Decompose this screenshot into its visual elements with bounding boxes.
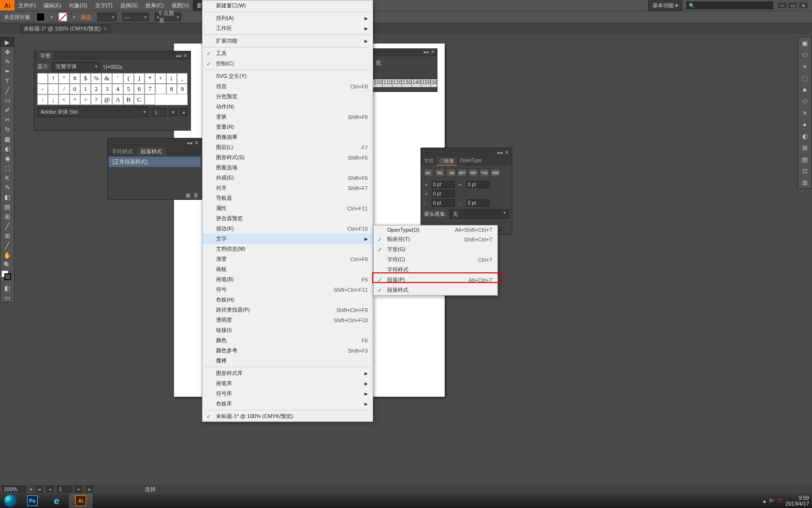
panel-icon[interactable]: ●: [798, 119, 812, 130]
close-icon[interactable]: ✕: [505, 149, 509, 156]
collapse-icon[interactable]: ◂◂: [497, 149, 503, 156]
stroke-profile[interactable]: —▾: [122, 13, 149, 21]
menu-type[interactable]: 文字(T): [91, 0, 116, 11]
clock[interactable]: 9:59 2013/4/17: [785, 495, 809, 507]
indent-left[interactable]: [432, 181, 455, 188]
glyph-cell[interactable]: 7: [145, 84, 155, 94]
glyph-cell[interactable]: C: [134, 94, 145, 105]
menu-item[interactable]: 符号库▶: [203, 388, 373, 399]
slice-tool[interactable]: ╱: [0, 240, 14, 250]
color-swatches[interactable]: [0, 269, 14, 283]
panel-icon[interactable]: ≡: [798, 60, 812, 72]
glyph-cell[interactable]: $: [80, 73, 91, 84]
menu-item[interactable]: 路径查找器(P)Shift+Ctrl+F9: [203, 305, 373, 315]
zoom-in-icon[interactable]: ▴: [180, 108, 188, 116]
glyph-cell[interactable]: ,: [177, 73, 188, 84]
type-tool[interactable]: T: [0, 76, 14, 86]
glyph-cell[interactable]: ": [58, 73, 69, 84]
opentype-tab[interactable]: OpenType: [457, 157, 485, 165]
prev-artboard[interactable]: ◂: [46, 486, 53, 493]
system-tray[interactable]: ▴ 🏳 🛡 9:59 2013/4/17: [763, 495, 812, 507]
show-select[interactable]: 完整字体▾: [52, 62, 101, 71]
collapse-icon[interactable]: ◂◂: [187, 140, 192, 146]
rotate-tool[interactable]: ↻: [0, 124, 14, 134]
glyph-cell[interactable]: 8: [166, 84, 177, 94]
align-right[interactable]: [446, 168, 456, 177]
glyph-cell[interactable]: 1: [80, 84, 91, 94]
stroke-width[interactable]: ▾: [97, 13, 116, 21]
first-line-indent[interactable]: [432, 190, 455, 197]
menu-item[interactable]: 图形样式库▶: [203, 368, 373, 378]
artboard-tool[interactable]: ⊞: [0, 231, 14, 240]
glyph-cell[interactable]: ?: [91, 94, 102, 105]
submenu-item[interactable]: ✓字形(G): [374, 244, 497, 254]
glyph-cell[interactable]: 6: [134, 84, 145, 94]
menu-item[interactable]: 画笔库▶: [203, 378, 373, 388]
menu-item[interactable]: 对齐Shift+F7: [203, 183, 373, 193]
style-item[interactable]: [正常段落样式]: [109, 157, 201, 167]
panel-icon[interactable]: ⊞: [798, 142, 812, 153]
menu-item[interactable]: 图层(L)F7: [203, 142, 373, 152]
close-icon[interactable]: ✕: [194, 140, 199, 146]
menu-item[interactable]: 扩展功能▶: [203, 36, 373, 46]
menu-item[interactable]: ✓控制(C): [203, 59, 373, 69]
panel-icon[interactable]: ⊡: [798, 165, 812, 177]
panel-icon[interactable]: ♣: [798, 84, 812, 95]
graph-tool[interactable]: ╱: [0, 221, 14, 231]
menu-item[interactable]: 新建窗口(W): [203, 0, 373, 11]
glyphs-grid[interactable]: !"#$%&'()*+↕,-./0123456789:;<=>?@ABC: [37, 73, 188, 105]
next-artboard[interactable]: ▸: [75, 486, 82, 493]
zoom-tool[interactable]: 🔍: [0, 260, 14, 269]
glyph-cell[interactable]: :: [37, 94, 48, 105]
glyph-cell[interactable]: [145, 94, 155, 105]
submenu-item[interactable]: ✓段落(P)Alt+Ctrl+T: [374, 275, 497, 285]
menu-item[interactable]: 变量(R): [203, 122, 373, 132]
menu-item[interactable]: 颜色参考Shift+F3: [203, 345, 373, 356]
info-panel[interactable]: ◂◂✕ 宽: 100 110 120 130 140 150 160: [372, 48, 437, 92]
task-illustrator[interactable]: Ai: [69, 494, 92, 508]
menu-object[interactable]: 对象(O): [65, 0, 91, 11]
glyph-cell[interactable]: ': [112, 73, 123, 84]
glyph-cell[interactable]: !: [48, 73, 58, 84]
indent-right[interactable]: [466, 181, 490, 188]
font-style-select[interactable]: L: [152, 108, 166, 117]
close-icon[interactable]: ✕: [431, 49, 435, 57]
menu-item[interactable]: 透明度Shift+Ctrl+F10: [203, 315, 373, 325]
space-after[interactable]: [466, 199, 490, 207]
panel-icon[interactable]: ⊞: [798, 177, 812, 188]
close-icon[interactable]: ×: [104, 26, 107, 31]
window-maximize[interactable]: ▭: [788, 2, 798, 9]
glyphs-panel[interactable]: 字形 ◂◂✕ 显示: 完整字体▾ U+002a !"#$%&'()*+↕,-./…: [34, 51, 191, 131]
menu-item[interactable]: 渐变Ctrl+F9: [203, 254, 373, 264]
window-minimize[interactable]: ─: [777, 2, 787, 9]
stroke-label[interactable]: 描边: [81, 14, 91, 21]
glyph-cell[interactable]: [155, 84, 166, 94]
menu-item[interactable]: 属性Ctrl+F11: [203, 203, 373, 213]
blend-tool[interactable]: ▤: [0, 202, 14, 211]
justify-right[interactable]: [479, 168, 489, 177]
document-tab[interactable]: 未标题-1* @ 100% (CMYK/预览) ×: [18, 23, 112, 34]
gradient-tool[interactable]: ✎: [0, 182, 14, 192]
glyph-cell[interactable]: >: [80, 94, 91, 105]
menu-item[interactable]: 文档信息(M): [203, 244, 373, 254]
glyph-cell[interactable]: .: [48, 84, 58, 94]
glyph-cell[interactable]: 9: [177, 84, 188, 94]
glyph-cell[interactable]: ): [134, 73, 145, 84]
menu-item[interactable]: 导航器: [203, 193, 373, 203]
width-tool[interactable]: ◐: [0, 144, 14, 153]
rectangle-tool[interactable]: ▭: [0, 95, 14, 105]
last-artboard[interactable]: ▸|: [86, 486, 93, 493]
glyph-cell[interactable]: <: [58, 94, 69, 105]
symbol-tool[interactable]: ⊞: [0, 211, 14, 221]
glyph-cell[interactable]: *: [145, 73, 155, 84]
panel-icon[interactable]: ⬭: [798, 49, 812, 60]
panel-icon[interactable]: ⬭: [798, 95, 812, 107]
justify-all[interactable]: [491, 168, 500, 177]
menu-item[interactable]: SVG 交互(Y): [203, 71, 373, 81]
glyph-cell[interactable]: ↕: [166, 73, 177, 84]
glyph-cell[interactable]: 3: [102, 84, 112, 94]
submenu-item[interactable]: 字符样式: [374, 265, 497, 275]
menu-item[interactable]: 图案选项: [203, 163, 373, 173]
menu-file[interactable]: 文件(F): [14, 0, 40, 11]
tray-icon[interactable]: 🏳: [769, 498, 774, 504]
